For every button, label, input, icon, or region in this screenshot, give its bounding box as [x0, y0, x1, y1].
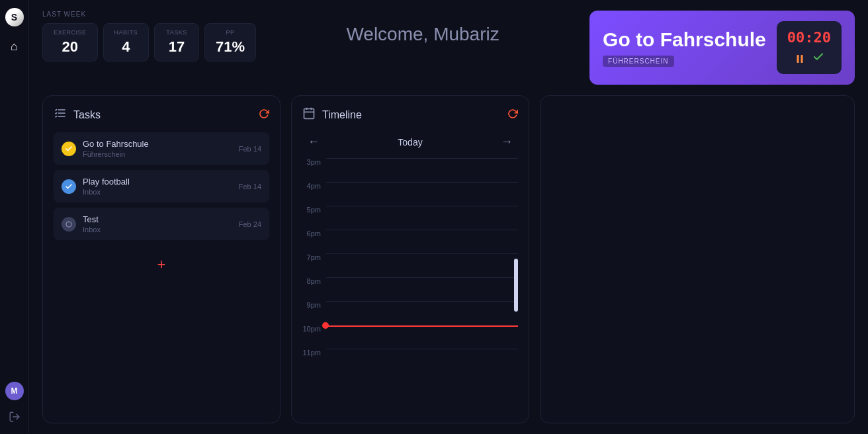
time-label-3pm: 3pm: [302, 158, 326, 166]
timer-display: 00:20: [787, 29, 831, 46]
time-line-8pm: [326, 277, 518, 278]
time-line-9pm: [326, 301, 518, 302]
timeline-current-date: Today: [398, 137, 422, 148]
timer-buttons: [794, 51, 824, 66]
timeline-scrollbar[interactable]: [514, 259, 518, 312]
task-content-0: Go to Fahrschule Führerschein: [83, 139, 232, 158]
time-label-9pm: 9pm: [302, 301, 326, 309]
timeline-panel-header: Timeline: [302, 107, 518, 123]
timer-title: Go to Fahrschule: [603, 28, 766, 50]
time-label-11pm: 11pm: [302, 349, 326, 357]
logout-icon[interactable]: [9, 411, 21, 426]
task-name-0: Go to Fahrschule: [83, 139, 232, 149]
sidebar-item-home[interactable]: ⌂: [11, 40, 18, 54]
time-line-5pm: [326, 206, 518, 206]
time-label-6pm: 6pm: [302, 230, 326, 238]
time-line-11pm: [326, 349, 518, 349]
stat-card-pp: PP 71%: [204, 23, 256, 62]
timeline-scroll-area[interactable]: 3pm 4pm 5pm 6pm: [302, 158, 518, 412]
tasks-panel: Tasks Go to Fahrschule: [42, 95, 281, 423]
task-item-0[interactable]: Go to Fahrschule Führerschein Feb 14: [54, 132, 269, 165]
time-label-8pm: 8pm: [302, 277, 326, 285]
timeline-panel-icon: [302, 107, 316, 123]
timer-widget: Go to Fahrschule FÜHRERSCHEIN 00:20: [589, 11, 855, 85]
svg-rect-2: [801, 55, 803, 63]
task-checkbox-1: [62, 179, 76, 194]
stat-label-tasks: TASKS: [165, 29, 188, 36]
time-slot-9pm: 9pm: [302, 301, 518, 325]
time-line-10pm: [326, 325, 518, 326]
timeline-nav: ← Today →: [302, 132, 518, 152]
time-line-6pm: [326, 230, 518, 230]
welcome-text: Welcome, Mubariz: [346, 24, 499, 45]
stats-cards: EXERCISE 20 HABITS 4 TASKS 17 PP 71%: [42, 23, 256, 62]
task-name-2: Test: [83, 214, 232, 224]
timeline-panel-title: Timeline: [322, 109, 362, 121]
task-checkbox-2: [62, 217, 76, 232]
add-task-icon: +: [157, 256, 166, 273]
time-slot-7pm: 7pm: [302, 253, 518, 277]
task-inbox-0: Führerschein: [83, 150, 232, 158]
complete-button[interactable]: [812, 51, 824, 66]
time-line-7pm: [326, 253, 518, 254]
task-date-0: Feb 14: [239, 145, 261, 153]
main-content: LAST WEEK EXERCISE 20 HABITS 4 TASKS 17 …: [29, 0, 868, 434]
time-slot-11pm: 11pm: [302, 349, 518, 372]
stat-label-exercise: EXERCISE: [54, 29, 87, 36]
pause-button[interactable]: [794, 53, 806, 65]
timeline-panel: Timeline ← Today → 3pm: [291, 95, 529, 423]
task-checkbox-0: [62, 142, 76, 156]
task-inbox-1: Inbox: [83, 188, 232, 196]
timer-info: Go to Fahrschule FÜHRERSCHEIN: [603, 28, 766, 67]
welcome-area: Welcome, Mubariz: [256, 11, 589, 45]
tasks-panel-header-left: Tasks: [54, 107, 101, 123]
avatar[interactable]: M: [5, 382, 24, 400]
stat-card-tasks: TASKS 17: [154, 23, 199, 62]
task-content-1: Play football Inbox: [83, 177, 232, 196]
svg-rect-1: [797, 55, 799, 63]
timeline-prev-button[interactable]: ←: [302, 132, 325, 152]
timeline-inner: 3pm 4pm 5pm 6pm: [302, 158, 518, 372]
stat-value-tasks: 17: [165, 38, 188, 56]
task-item-1[interactable]: Play football Inbox Feb 14: [54, 170, 269, 202]
current-time-dot: [322, 322, 329, 329]
tasks-panel-title: Tasks: [73, 109, 101, 121]
stat-label-pp: PP: [216, 29, 245, 36]
timeline-next-button[interactable]: →: [496, 132, 518, 152]
time-line-3pm: [326, 158, 518, 159]
time-slot-8pm: 8pm: [302, 277, 518, 301]
time-slot-3pm: 3pm: [302, 158, 518, 182]
app-logo: S: [5, 8, 24, 26]
task-date-1: Feb 14: [239, 183, 261, 191]
tasks-refresh-button[interactable]: [259, 108, 269, 122]
time-slot-5pm: 5pm: [302, 206, 518, 230]
current-time-indicator: [326, 326, 518, 327]
add-task-button[interactable]: +: [54, 253, 269, 276]
task-date-2: Feb 24: [239, 220, 261, 228]
task-item-2[interactable]: Test Inbox Feb 24: [54, 208, 269, 240]
panels-row: Tasks Go to Fahrschule: [42, 95, 855, 423]
stats-panel: LAST WEEK EXERCISE 20 HABITS 4 TASKS 17 …: [42, 11, 256, 62]
stat-value-pp: 71%: [216, 38, 245, 56]
time-label-5pm: 5pm: [302, 206, 326, 214]
task-inbox-2: Inbox: [83, 226, 232, 234]
task-name-1: Play football: [83, 177, 232, 187]
timeline-refresh-button[interactable]: [507, 108, 518, 122]
stat-label-habits: HABITS: [114, 29, 138, 36]
stat-card-exercise: EXERCISE 20: [42, 23, 98, 62]
time-line-4pm: [326, 182, 518, 183]
last-week-label: LAST WEEK: [42, 11, 256, 18]
svg-rect-7: [304, 108, 314, 118]
timeline-panel-header-left: Timeline: [302, 107, 362, 123]
task-content-2: Test Inbox: [83, 214, 232, 234]
timer-tag: FÜHRERSCHEIN: [603, 56, 673, 67]
time-slot-6pm: 6pm: [302, 230, 518, 253]
time-slot-10pm: 10pm: [302, 325, 518, 349]
tasks-panel-header: Tasks: [54, 107, 269, 123]
top-row: LAST WEEK EXERCISE 20 HABITS 4 TASKS 17 …: [42, 11, 855, 85]
stat-value-habits: 4: [114, 38, 138, 56]
timer-controls: 00:20: [777, 21, 842, 74]
time-label-7pm: 7pm: [302, 253, 326, 261]
stat-value-exercise: 20: [54, 38, 87, 56]
time-label-4pm: 4pm: [302, 182, 326, 190]
